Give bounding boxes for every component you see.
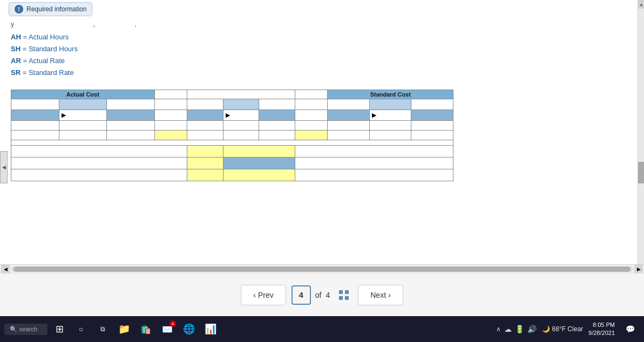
scroll-right-btn[interactable]: ▶ xyxy=(634,265,643,273)
top-partial-line: y , , xyxy=(0,20,644,28)
clock-date: 9/28/2021 xyxy=(588,329,615,337)
current-page-box: 4 xyxy=(292,285,311,305)
abbrev-ah: AH = Actual Hours xyxy=(11,31,644,43)
badge-label: Required information xyxy=(26,5,86,13)
sys-tray-icons: ∧ ☁ 🔋 🔊 xyxy=(496,325,537,333)
svg-rect-2 xyxy=(339,296,343,300)
spacer-header-2 xyxy=(295,90,328,99)
table-row xyxy=(11,146,453,158)
main-container: ! Required information y , , AH = Actual… xyxy=(0,0,644,342)
main-diagram-table: Actual Cost Standard Cost xyxy=(11,90,453,181)
taskbar-search-icon: 🔍 xyxy=(10,326,17,333)
right-scrollbar[interactable]: ▲ ▼ xyxy=(638,0,644,264)
scroll-up-btn[interactable]: ▲ xyxy=(638,0,644,9)
table-row xyxy=(11,131,453,140)
left-indicator: ◀ xyxy=(0,151,8,183)
prev-button[interactable]: ‹ Prev xyxy=(241,285,286,305)
taskbar-cortana-icon[interactable]: ○ xyxy=(71,319,91,339)
clock-time: 8:05 PM xyxy=(588,321,615,329)
taskbar-store-icon[interactable]: 🛍️ xyxy=(136,319,155,339)
content-area: ! Required information y , , AH = Actual… xyxy=(0,0,644,264)
taskbar-clock[interactable]: 8:05 PM 9/28/2021 xyxy=(588,321,615,338)
taskbar: 🔍 search ⊞ ○ ⧉ 📁 🛍️ ✉️ 4 🌐 📊 ∧ ☁ 🔋 🔊 🌙 6… xyxy=(0,316,644,342)
svg-rect-1 xyxy=(345,290,349,294)
info-icon: ! xyxy=(15,5,23,13)
scroll-track-horizontal xyxy=(11,266,633,272)
svg-rect-0 xyxy=(339,290,343,294)
grid-view-icon[interactable] xyxy=(335,286,352,304)
svg-rect-3 xyxy=(345,296,349,300)
prev-arrow-icon: ‹ xyxy=(253,291,256,299)
page-indicator: 4 of 4 xyxy=(292,285,330,305)
network-icon: ☁ xyxy=(504,325,512,333)
total-pages: 4 xyxy=(326,291,330,299)
battery-icon: 🔋 xyxy=(515,325,524,333)
scroll-thumb-horizontal[interactable] xyxy=(13,266,631,272)
table-row xyxy=(11,99,453,110)
taskbar-excel-icon[interactable]: 📊 xyxy=(201,319,220,339)
scroll-thumb-vertical[interactable] xyxy=(638,162,644,183)
taskbar-mail-icon[interactable]: ✉️ 4 xyxy=(158,319,177,339)
horizontal-scrollbar[interactable]: ◀ ▶ xyxy=(0,264,644,273)
spacer-header-1 xyxy=(154,90,187,99)
scroll-left-btn[interactable]: ◀ xyxy=(1,265,10,273)
of-label: of xyxy=(315,291,322,299)
prev-label: Prev xyxy=(258,291,274,299)
abbrev-sh: SH = Standard Hours xyxy=(11,43,644,55)
weather-info: 🌙 68°F Clear xyxy=(542,325,584,333)
taskbar-search-label: search xyxy=(19,326,37,332)
mail-badge: 4 xyxy=(170,320,176,327)
chevron-up-icon[interactable]: ∧ xyxy=(496,325,501,333)
taskbar-right: ∧ ☁ 🔋 🔊 🌙 68°F Clear 8:05 PM 9/28/2021 💬 xyxy=(496,319,640,339)
actual-cost-header: Actual Cost xyxy=(11,90,155,99)
taskbar-fileexplorer-icon[interactable]: 📁 xyxy=(114,319,134,339)
required-info-badge: ! Required information xyxy=(9,2,92,16)
weather-text: 68°F Clear xyxy=(552,325,584,333)
abbrev-ar: AR = Actual Rate xyxy=(11,55,644,67)
next-button[interactable]: Next › xyxy=(358,285,403,305)
next-arrow-icon: › xyxy=(388,291,391,299)
abbreviations-section: AH = Actual Hours SH = Standard Hours AR… xyxy=(0,31,644,79)
table-row xyxy=(11,158,453,169)
abbrev-sr: SR = Standard Rate xyxy=(11,67,644,79)
next-label: Next xyxy=(370,291,386,299)
volume-icon[interactable]: 🔊 xyxy=(527,325,537,333)
diagram-area: Actual Cost Standard Cost xyxy=(0,90,644,181)
table-row xyxy=(11,169,453,181)
table-row xyxy=(11,140,453,146)
notifications-icon[interactable]: 💬 xyxy=(620,319,640,339)
taskbar-chrome-icon[interactable]: 🌐 xyxy=(179,319,199,339)
moon-icon: 🌙 xyxy=(542,325,550,333)
taskbar-windows-icon[interactable]: ⊞ xyxy=(50,319,69,339)
nav-footer: ‹ Prev 4 of 4 Next › xyxy=(0,273,644,316)
table-row: ▶ ▶ ▶ xyxy=(11,110,453,121)
table-row xyxy=(11,121,453,131)
scroll-track-vertical xyxy=(638,9,644,264)
taskbar-taskview-icon[interactable]: ⧉ xyxy=(93,319,112,339)
standard-cost-header: Standard Cost xyxy=(328,90,453,99)
taskbar-search[interactable]: 🔍 search xyxy=(4,324,48,335)
middle-header xyxy=(187,90,295,99)
